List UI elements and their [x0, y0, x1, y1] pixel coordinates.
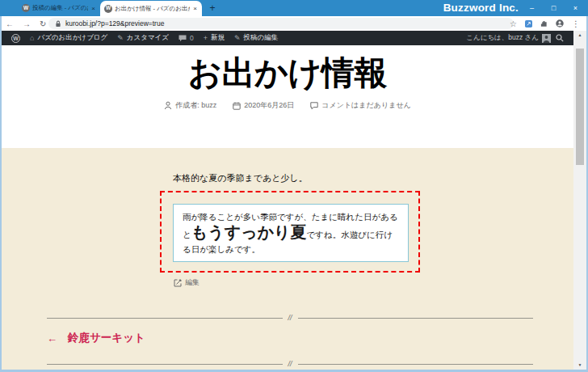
edit-post-label: 投稿の編集 [244, 33, 279, 43]
meta-date-label: 2020年6月26日 [244, 100, 294, 111]
separator-slashes: // [288, 361, 292, 368]
admin-bar-search[interactable] [551, 31, 569, 45]
comment-bubble-icon [178, 35, 187, 42]
scrollbar-up-arrow-icon[interactable]: ▲ [573, 31, 586, 40]
meta-comments[interactable]: コメントはまだありません [310, 100, 411, 111]
separator-line [298, 364, 534, 365]
highlighted-text-block: 雨が降ることが多い季節ですが、たまに晴れた日があるともうすっかり夏ですね。水遊び… [173, 204, 409, 262]
edit-label: 編集 [185, 277, 200, 288]
plus-icon: + [204, 35, 208, 42]
new-label: 新規 [211, 33, 225, 43]
wp-admin-bar: W ⌂ バズのお出かけブログ ✎ カスタマイズ 0 + 新規 ✎ 投稿の編集 [2, 31, 573, 45]
new-tab-button[interactable]: + [207, 2, 218, 15]
back-icon[interactable]: ← [6, 19, 14, 28]
tab-close-icon[interactable]: × [90, 5, 96, 12]
admin-bar-site-name[interactable]: ⌂ バズのお出かけブログ [25, 31, 112, 45]
meta-author[interactable]: 作成者: buzz [164, 100, 216, 111]
bookmark-star-icon[interactable]: ☆ [510, 19, 517, 28]
url-text: kuroobi.jp/?p=129&preview=true [65, 19, 164, 27]
maximize-button[interactable]: □ [543, 0, 565, 16]
browser-toolbar: ← → ↻ kuroobi.jp/?p=129&preview=true ☆ [0, 16, 588, 31]
user-avatar[interactable] [542, 34, 551, 43]
browser-menu-icon[interactable]: ⋮ [572, 19, 580, 28]
admin-bar-edit-post[interactable]: ✎ 投稿の編集 [229, 31, 283, 45]
search-icon [556, 34, 564, 42]
post-body: 本格的な夏の季節まであと少し。 雨が降ることが多い季節ですが、たまに晴れた日があ… [2, 148, 573, 370]
separator-slashes: // [288, 315, 292, 322]
close-button[interactable]: × [565, 0, 586, 16]
wordpress-favicon-icon: W [104, 5, 112, 13]
extensions-puzzle-icon[interactable] [540, 20, 548, 27]
home-icon: ⌂ [30, 35, 34, 42]
body-text-emphasis: もうすっかり夏 [191, 223, 307, 241]
pencil-icon: ✎ [234, 35, 241, 42]
window-border-left [0, 16, 2, 372]
toolbar-actions: ☆ ⋮ [510, 16, 580, 31]
wordpress-favicon-icon: W [22, 4, 30, 12]
post-separator: // [47, 361, 533, 367]
pencil-icon: ✎ [117, 35, 124, 42]
admin-bar-customize[interactable]: ✎ カスタマイズ [112, 31, 174, 45]
customize-label: カスタマイズ [127, 33, 169, 43]
previous-post-title: 鈴鹿サーキット [68, 331, 145, 345]
browser-window: W 投稿の編集 - バズのお出かけブログ × W お出かけ情報 - バズのお出か… [0, 0, 588, 372]
forward-icon[interactable]: → [23, 19, 31, 28]
meta-author-label: 作成者: buzz [175, 100, 216, 111]
edit-post-link[interactable]: 編集 [174, 277, 200, 288]
wp-logo-menu[interactable]: W [6, 31, 25, 45]
scrollbar-thumb[interactable] [576, 49, 584, 165]
minimize-button[interactable]: – [521, 0, 543, 16]
comment-bubble-icon [310, 102, 318, 110]
window-brand-title: Buzzword Inc. [443, 0, 519, 16]
browser-tab-edit-post[interactable]: W 投稿の編集 - バズのお出かけブログ × [18, 0, 100, 16]
side-search-icon[interactable] [525, 20, 532, 27]
scrollbar-down-arrow-icon[interactable]: ▼ [573, 361, 586, 370]
tab-title: 投稿の編集 - バズのお出かけブログ [32, 4, 88, 12]
admin-bar-comments[interactable]: 0 [174, 31, 199, 45]
profile-avatar-icon[interactable] [556, 19, 564, 27]
wordpress-logo-icon: W [11, 34, 20, 43]
separator-line [298, 318, 534, 319]
user-greeting[interactable]: こんにちは、buzz さん [466, 33, 542, 43]
calendar-icon [233, 102, 241, 110]
nav-buttons: ← → ↻ [6, 16, 46, 31]
address-bar[interactable]: kuroobi.jp/?p=129&preview=true [48, 18, 514, 29]
meta-comments-label: コメントはまだありません [321, 100, 411, 111]
tab-close-icon[interactable]: × [192, 5, 198, 12]
edit-pencil-icon [174, 279, 182, 287]
post-title: お出かけ情報 [2, 45, 573, 95]
page-content: お出かけ情報 作成者: buzz 2020年6月2 [2, 45, 573, 370]
post-meta: 作成者: buzz 2020年6月26日 コメントはまだありません [2, 100, 573, 111]
site-name-label: バズのお出かけブログ [37, 33, 107, 43]
browser-tab-post-preview[interactable]: W お出かけ情報 - バズのお出かけブログ × [100, 1, 202, 16]
meta-date: 2020年6月26日 [233, 100, 294, 111]
reload-icon[interactable]: ↻ [40, 19, 46, 28]
window-titlebar: W 投稿の編集 - バズのお出かけブログ × W お出かけ情報 - バズのお出か… [0, 0, 588, 16]
comments-count: 0 [190, 34, 194, 42]
intro-paragraph: 本格的な夏の季節まであと少し。 [173, 172, 308, 184]
left-arrow-icon: ← [47, 332, 57, 345]
person-icon [164, 101, 172, 110]
previous-post-link[interactable]: ← 鈴鹿サーキット [47, 331, 145, 345]
vertical-scrollbar[interactable]: ▲ ▼ [573, 31, 586, 370]
admin-bar-new[interactable]: + 新規 [199, 31, 229, 45]
post-separator: // [47, 315, 533, 321]
lock-icon [55, 20, 61, 27]
separator-line [47, 318, 283, 319]
tab-title: お出かけ情報 - バズのお出かけブログ [115, 5, 190, 13]
window-controls: – □ × [521, 0, 586, 16]
separator-line [47, 364, 283, 365]
